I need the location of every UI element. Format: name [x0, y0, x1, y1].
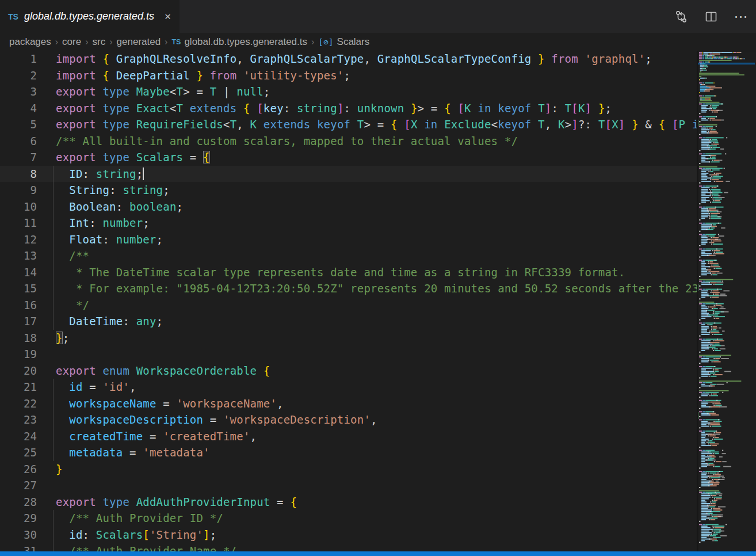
line-content: workspaceName = 'workspaceName', — [56, 395, 284, 412]
line-content: metadata = 'metadata' — [56, 444, 210, 461]
ts-file-icon: TS — [8, 12, 18, 21]
line-number: 24 — [0, 430, 37, 443]
breadcrumb-item-packages[interactable]: packages — [9, 36, 51, 48]
code-editor[interactable]: 1import { GraphQLResolveInfo, GraphQLSca… — [0, 51, 697, 551]
breadcrumb-separator: › — [109, 37, 112, 47]
symbol-type-icon: [⊘] — [318, 37, 333, 47]
line-number: 7 — [0, 151, 37, 163]
indent-guide — [53, 280, 54, 297]
indent-guide — [53, 313, 54, 330]
line-number: 28 — [0, 496, 37, 508]
code-line-1: 1import { GraphQLResolveInfo, GraphQLSca… — [0, 51, 697, 67]
line-number: 15 — [0, 282, 37, 295]
indent-guide — [53, 264, 54, 281]
line-content: /** Auth Provider Name */ — [56, 543, 236, 551]
breadcrumb-label: global.db.types.generated.ts — [184, 36, 307, 48]
line-number: 25 — [0, 446, 37, 459]
line-number: 29 — [0, 512, 37, 524]
line-content: export type RequireFields<T, K extends k… — [56, 116, 697, 133]
bottom-accent-bar — [0, 551, 756, 556]
breadcrumb-separator: › — [311, 37, 314, 47]
line-content: import { GraphQLResolveInfo, GraphQLScal… — [56, 51, 652, 67]
line-content: id: Scalars['String']; — [56, 527, 216, 543]
code-line-16: 16 */ — [0, 297, 697, 314]
line-content: } — [56, 461, 63, 478]
indent-guide — [53, 215, 54, 231]
line-content: export enum WorkspaceOrderable { — [56, 363, 270, 379]
indent-guide — [53, 527, 54, 543]
code-line-2: 2import { DeepPartial } from 'utility-ty… — [0, 67, 697, 84]
code-line-30: 30 id: Scalars['String']; — [0, 527, 697, 543]
minimap-canvas — [698, 51, 755, 551]
line-content: String: string; — [56, 182, 170, 199]
line-number: 14 — [0, 266, 37, 279]
tab-bar: TS global.db.types.generated.ts × — [0, 0, 756, 33]
line-number: 27 — [0, 479, 37, 492]
line-number: 31 — [0, 544, 37, 551]
breadcrumb-item-core[interactable]: core — [62, 36, 81, 48]
close-tab-icon[interactable]: × — [165, 11, 171, 22]
line-number: 3 — [0, 85, 37, 98]
code-line-26: 26} — [0, 461, 697, 478]
breadcrumb-separator: › — [55, 37, 58, 47]
open-changes-icon[interactable] — [674, 10, 688, 24]
line-content: Int: number; — [56, 215, 150, 231]
breadcrumb-label: src — [93, 36, 106, 48]
code-line-6: 6/** All built-in and custom scalars, ma… — [0, 133, 697, 150]
line-content: workspaceDescription = 'workspaceDescrip… — [56, 412, 377, 428]
indent-guide — [53, 510, 54, 527]
indent-guide — [53, 231, 54, 248]
code-line-5: 5export type RequireFields<T, K extends … — [0, 116, 697, 133]
line-number: 22 — [0, 397, 37, 410]
line-number: 6 — [0, 135, 37, 147]
line-number: 26 — [0, 463, 37, 475]
code-line-18: 18}; — [0, 330, 697, 346]
line-content: import { DeepPartial } from 'utility-typ… — [56, 67, 350, 84]
breadcrumb-item-src[interactable]: src — [93, 36, 106, 48]
code-line-23: 23 workspaceDescription = 'workspaceDesc… — [0, 412, 697, 428]
tab-title: global.db.types.generated.ts — [24, 10, 154, 22]
code-line-4: 4export type Exact<T extends { [key: str… — [0, 100, 697, 117]
code-line-11: 11 Int: number; — [0, 215, 697, 231]
breadcrumb-item-generated[interactable]: generated — [117, 36, 161, 48]
breadcrumb-item-global-db-types-generated-ts[interactable]: TSglobal.db.types.generated.ts — [171, 36, 307, 48]
code-line-7: 7export type Scalars = { — [0, 149, 697, 166]
code-line-17: 17 DateTime: any; — [0, 313, 697, 330]
line-content: export type Maybe<T> = T | null; — [56, 83, 270, 100]
indent-guide — [53, 166, 54, 182]
breadcrumb-label: generated — [117, 36, 161, 48]
indent-guide — [53, 412, 54, 428]
line-content: }; — [56, 330, 69, 346]
minimap[interactable] — [697, 51, 756, 551]
code-line-3: 3export type Maybe<T> = T | null; — [0, 83, 697, 100]
more-actions-icon[interactable]: ⋯ — [734, 10, 748, 24]
code-line-10: 10 Boolean: boolean; — [0, 199, 697, 215]
line-content: Boolean: boolean; — [56, 199, 183, 215]
code-line-8: 8 ID: string; — [0, 166, 697, 182]
line-number: 19 — [0, 348, 37, 360]
code-line-21: 21 id = 'id', — [0, 379, 697, 395]
editor-actions: ⋯ — [674, 0, 748, 33]
indent-guide — [53, 428, 54, 445]
indent-guide — [53, 444, 54, 461]
line-content: */ — [56, 297, 89, 314]
line-content: Float: number; — [56, 231, 163, 248]
line-number: 9 — [0, 184, 37, 196]
vscode-editor-window: TS global.db.types.generated.ts × — [0, 0, 756, 556]
line-content: DateTime: any; — [56, 313, 163, 330]
breadcrumb-label: packages — [9, 36, 51, 48]
indent-guide — [53, 543, 54, 551]
breadcrumb-label: Scalars — [337, 36, 370, 48]
indent-guide — [53, 182, 54, 199]
line-number: 10 — [0, 200, 37, 213]
line-number: 21 — [0, 380, 37, 393]
tab-global-db-types[interactable]: TS global.db.types.generated.ts × — [0, 0, 180, 33]
breadcrumb-item-scalars[interactable]: [⊘]Scalars — [318, 36, 369, 48]
split-editor-icon[interactable] — [704, 10, 718, 24]
code-line-27: 27 — [0, 477, 697, 494]
line-content: /** Auth Provider ID */ — [56, 510, 223, 527]
line-number: 11 — [0, 216, 37, 229]
line-number: 5 — [0, 118, 37, 131]
indent-guide — [53, 199, 54, 215]
line-number: 30 — [0, 528, 37, 541]
